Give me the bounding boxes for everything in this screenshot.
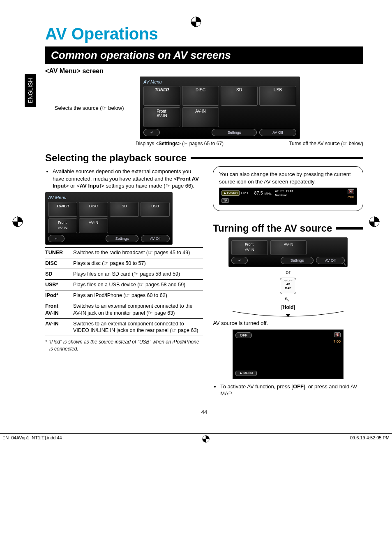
av-menu-small-front-avin[interactable]: FrontAV-IN (48, 218, 77, 233)
off-state-screenshot: OFF 🔇 7:00 ▲ MENU (233, 330, 344, 379)
clock-label: 7:00 (347, 195, 354, 200)
src-desc-front-avin: Switches to an external component connec… (71, 301, 203, 318)
av-menu-avoff-button[interactable]: AV Off (259, 129, 296, 136)
source-table: TUNER Switches to the radio broadcast (☞… (45, 247, 203, 336)
band-label: FM1 (241, 190, 249, 195)
tip-text: You can also change the source by pressi… (219, 171, 357, 185)
av-menu-screenshot-main: AV Menu TUNER DISC SD USB FrontAV-IN AV-… (140, 77, 300, 139)
src-label-ipod: iPod* (45, 290, 71, 301)
av-menu-title: AV Menu (143, 79, 296, 84)
av-menu-source-tuner[interactable]: TUNER (143, 86, 180, 106)
tp-chip: TP (221, 198, 229, 203)
pointer-icon: ↖ (344, 262, 347, 267)
section-bar-common-ops: Common operations on AV screens (45, 46, 363, 64)
av-menu-small-disc[interactable]: DISC (79, 202, 108, 217)
src-label-usb: USB* (45, 280, 71, 290)
av-menu-small-back-button[interactable]: ⤶ (48, 235, 65, 242)
turnoff-avoff-button[interactable]: AV Off ↖ (316, 257, 345, 264)
src-desc-sd: Plays files on an SD card (☞ pages 58 an… (71, 269, 203, 280)
footnote-ipod-usb: * "iPod" is shown as the source instead … (45, 339, 203, 352)
av-menu-back-button[interactable]: ⤶ (143, 129, 160, 136)
src-desc-avin: Switches to an external component connec… (71, 318, 203, 336)
av-menu-small-sd[interactable]: SD (110, 202, 139, 217)
hold-label: [Hold] (228, 304, 348, 311)
pointer-icon: ↖ (284, 296, 290, 303)
av-menu-source-sd[interactable]: SD (221, 86, 258, 106)
turnoff-back-button[interactable]: ⤶ (231, 257, 248, 264)
table-row: Front AV-IN Switches to an external comp… (45, 301, 203, 318)
src-label-tuner: TUNER (45, 248, 71, 258)
freq-value: 87.5 MHz (254, 190, 272, 196)
src-label-sd: SD (45, 269, 71, 280)
caption-displays-settings: Displays <Settings> (☞ pages 65 to 67) (136, 141, 224, 146)
heading-turning-off-av: Turning off the AV source (213, 222, 363, 235)
turning-off-screenshot: FrontAV-IN AV-IN ⤶ Settings AV Off ↖ (228, 237, 348, 267)
av-menu-source-avin[interactable]: AV-IN (182, 107, 219, 127)
table-row: DISC Plays a disc (☞ pages 50 to 57) (45, 258, 203, 269)
src-desc-disc: Plays a disc (☞ pages 50 to 57) (71, 258, 203, 269)
src-desc-usb: Plays files on a USB device (☞ pages 58 … (71, 280, 203, 290)
heading-selecting-playback-source: Selecting the playback source (45, 152, 363, 164)
mute-icon[interactable]: 🔇 (334, 332, 341, 337)
clock-label: 7:00 (334, 339, 341, 344)
tuner-chip[interactable]: ▲TUNER (221, 190, 239, 196)
or-label: or (228, 269, 348, 276)
src-desc-tuner: Switches to the radio broadcast (☞ pages… (71, 248, 203, 258)
src-desc-ipod: Plays an iPod/iPhone (☞ pages 60 to 62) (71, 290, 203, 301)
table-row: USB* Plays files on a USB device (☞ page… (45, 280, 203, 290)
turnoff-front-avin[interactable]: FrontAV-IN (231, 240, 268, 255)
table-row: TUNER Switches to the radio broadcast (☞… (45, 248, 203, 258)
menu-chip[interactable]: ▲ MENU (235, 371, 257, 376)
tuner-status-bar: ▲TUNER FM1 87.5 MHz AF ST FLAT No Name T… (219, 188, 357, 205)
av-menu-heading: <AV Menu> screen (45, 67, 363, 75)
av-menu-title-small: AV Menu (48, 195, 170, 201)
bullet-reactivate-av: To activate AV function, press [OFF], or… (220, 383, 363, 397)
language-tab: ENGLISH (25, 74, 36, 107)
av-menu-settings-button[interactable]: Settings (212, 129, 257, 136)
av-menu-screenshot-small: AV Menu TUNER DISC SD USB FrontAV-IN AV-… (45, 192, 173, 245)
table-row: iPod* Plays an iPod/iPhone (☞ pages 60 t… (45, 290, 203, 301)
footer-filename: EN_04AVop1_NT1[E].indd 44 (2, 435, 62, 443)
flat-indicator: FLAT (286, 190, 293, 193)
selects-source-caption: Selects the source (☞ below) (55, 105, 124, 111)
registration-mark-bottom (202, 435, 210, 443)
src-label-disc: DISC (45, 258, 71, 269)
av-source-off-caption: AV source is turned off. (213, 320, 363, 327)
turnoff-avin[interactable]: AV-IN (270, 240, 307, 255)
av-menu-source-usb[interactable]: USB (259, 86, 296, 106)
off-chip[interactable]: OFF (235, 332, 252, 338)
av-menu-source-front-avin[interactable]: FrontAV-IN (143, 107, 180, 127)
flow-arrow-icon (228, 311, 348, 317)
av-menu-small-tuner[interactable]: TUNER (48, 202, 77, 217)
svg-marker-9 (286, 314, 291, 317)
tip-box-change-source: You can also change the source by pressi… (213, 166, 363, 211)
av-menu-small-avoff-button[interactable]: AV Off (141, 235, 170, 242)
page-title: AV Operations (45, 25, 363, 43)
av-menu-small-usb[interactable]: USB (141, 202, 170, 217)
mute-icon[interactable]: 🔇 (348, 189, 354, 194)
table-row: SD Plays files on an SD card (☞ pages 58… (45, 269, 203, 280)
page-number: 44 (45, 409, 363, 415)
turnoff-settings-button[interactable]: Settings (281, 257, 314, 264)
caption-turns-off-av: Turns off the AV source (☞ below) (289, 141, 363, 146)
av-map-hardware-button[interactable]: AV OFF AV MAP (280, 278, 296, 294)
af-indicator: AF (275, 190, 279, 193)
noname-label: No Name (275, 194, 287, 197)
st-indicator: ST (280, 190, 284, 193)
footer-timestamp: 09.6.19 4:52:05 PM (350, 435, 390, 443)
av-menu-small-settings-button[interactable]: Settings (106, 235, 138, 242)
table-row: AV-IN Switches to an external component … (45, 318, 203, 336)
print-footer: EN_04AVop1_NT1[E].indd 44 09.6.19 4:52:0… (0, 433, 392, 443)
av-menu-source-disc[interactable]: DISC (182, 86, 219, 106)
av-menu-small-avin[interactable]: AV-IN (79, 218, 108, 233)
bullet-available-sources: Available sources depend on the external… (53, 168, 203, 190)
src-label-avin: AV-IN (45, 318, 71, 336)
src-label-front-avin: Front AV-IN (45, 301, 71, 318)
